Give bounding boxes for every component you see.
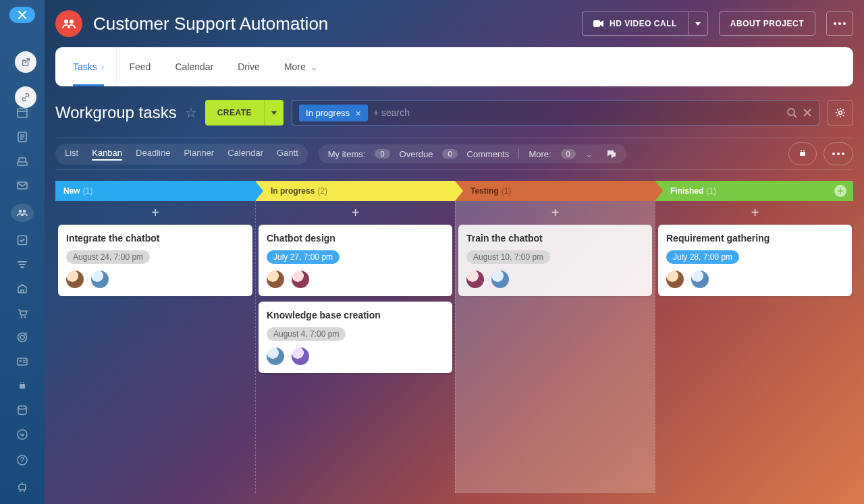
rail-doc-icon[interactable] (15, 131, 30, 143)
rail-drive-icon[interactable] (15, 155, 30, 167)
favorite-star-icon[interactable]: ☆ (185, 105, 197, 121)
column-header[interactable]: In progress(2) (256, 181, 455, 201)
view-list[interactable]: List (65, 148, 78, 161)
overdue-label[interactable]: Overdue (400, 149, 433, 159)
header-more-button[interactable] (826, 11, 853, 36)
column-new: New(1) + Integrate the chatbot August 24… (55, 181, 255, 493)
avatar[interactable] (66, 271, 84, 288)
overdue-count: 0 (375, 149, 389, 159)
search-clear-icon[interactable] (803, 108, 812, 117)
kanban-card[interactable]: Chatbot design July 27, 7:00 pm › (259, 225, 452, 296)
video-call-dropdown[interactable] (688, 12, 707, 35)
column-count: (1) (502, 186, 512, 196)
more-actions-button[interactable] (824, 142, 853, 165)
column-testing: Testing(1) + Train the chatbot August 10… (455, 181, 655, 493)
view-kanban[interactable]: Kanban (92, 148, 122, 161)
svg-point-25 (839, 111, 842, 115)
avatar[interactable] (691, 271, 709, 288)
card-date: August 10, 7:00 pm (466, 250, 550, 264)
rail-group-icon[interactable] (11, 204, 34, 222)
column-header[interactable]: Finished(1)+ (655, 181, 853, 201)
video-call-split: HD VIDEO CALL (582, 11, 708, 36)
avatar[interactable] (466, 271, 484, 288)
avatar[interactable] (666, 271, 684, 288)
about-project-button[interactable]: ABOUT PROJECT (719, 11, 815, 36)
comments-label[interactable]: Comments (467, 149, 510, 159)
avatar[interactable] (267, 347, 284, 365)
avatar[interactable] (292, 271, 309, 288)
view-planner[interactable]: Planner (184, 148, 214, 161)
rail-bot-icon[interactable] (15, 480, 30, 495)
kanban-card[interactable]: Knowledge base creation August 4, 7:00 p… (259, 302, 452, 373)
robot-button[interactable] (788, 142, 817, 165)
rail-filter-icon[interactable] (15, 258, 30, 271)
nav-drive[interactable]: Drive (225, 47, 272, 86)
add-card-button[interactable]: + (256, 201, 455, 225)
avatar[interactable] (267, 271, 284, 288)
chevron-right-icon: › (101, 61, 105, 72)
settings-button[interactable] (828, 100, 853, 125)
rail-android-icon[interactable] (15, 380, 30, 392)
nav-feed[interactable]: Feed (117, 47, 163, 86)
avatar[interactable] (491, 271, 509, 288)
svg-point-12 (20, 360, 22, 362)
rail-db-icon[interactable] (15, 404, 30, 416)
rail-company-icon[interactable] (15, 283, 30, 295)
rail-target-icon[interactable] (15, 331, 30, 343)
rail-help-icon[interactable]: ? (15, 453, 30, 468)
rail-share-icon[interactable] (15, 51, 36, 73)
view-deadline[interactable]: Deadline (136, 148, 170, 161)
rail-link-icon[interactable] (15, 86, 36, 108)
kanban-card[interactable]: Requirement gathering July 28, 7:00 pm › (658, 225, 852, 296)
add-card-button[interactable]: + (55, 201, 255, 225)
add-column-button[interactable]: + (834, 185, 846, 197)
rail-cart-icon[interactable] (15, 307, 30, 319)
svg-point-14 (20, 382, 22, 383)
nav-more[interactable]: More⌄ (272, 47, 330, 86)
video-call-button[interactable]: HD VIDEO CALL (583, 12, 688, 35)
my-items-label: My items: (328, 149, 366, 159)
search-input[interactable] (373, 107, 781, 118)
rail-calendar-icon[interactable] (15, 107, 30, 119)
toolbar: Workgroup tasks ☆ CREATE In progress× (55, 100, 853, 125)
svg-point-7 (21, 316, 23, 318)
card-assignees: › (267, 271, 444, 288)
svg-rect-23 (593, 20, 600, 27)
filter-chip[interactable]: In progress× (299, 105, 368, 121)
svg-rect-13 (20, 384, 25, 389)
card-title: Chatbot design (267, 233, 444, 244)
rail-mail-icon[interactable] (15, 179, 30, 192)
add-card-button[interactable]: + (655, 201, 853, 225)
search-icon[interactable] (786, 107, 797, 118)
arrow-icon: › (86, 276, 88, 283)
column-header[interactable]: New(1) (55, 181, 255, 201)
avatar[interactable] (292, 347, 309, 365)
avatar[interactable] (91, 271, 109, 288)
svg-point-8 (24, 316, 26, 318)
column-count: (1) (83, 186, 93, 196)
svg-point-10 (20, 335, 24, 339)
chip-remove-icon[interactable]: × (355, 107, 361, 119)
add-card-button[interactable]: + (456, 201, 655, 225)
kanban-card[interactable]: Integrate the chatbot August 24, 7:00 pm… (58, 225, 252, 296)
gear-icon (834, 107, 846, 119)
rail-close-button[interactable] (9, 7, 35, 23)
more-label[interactable]: More: (529, 149, 551, 159)
create-button[interactable]: CREATE (205, 100, 264, 125)
create-dropdown[interactable] (264, 100, 284, 125)
svg-point-28 (803, 150, 805, 152)
dots-icon (834, 22, 846, 25)
rail-expand-icon[interactable] (15, 428, 30, 441)
view-gantt[interactable]: Gantt (277, 148, 298, 161)
svg-point-22 (70, 20, 74, 24)
create-split: CREATE (205, 100, 284, 125)
rail-check-icon[interactable] (15, 234, 30, 246)
view-calendar[interactable]: Calendar (227, 148, 263, 161)
nav-tasks[interactable]: Tasks› (61, 47, 116, 86)
chat-icon[interactable] (606, 148, 617, 159)
column-header[interactable]: Testing(1) (456, 181, 655, 201)
nav-calendar[interactable]: Calendar (163, 47, 225, 86)
card-date: August 24, 7:00 pm (66, 250, 150, 264)
kanban-card[interactable]: Train the chatbot August 10, 7:00 pm › (458, 225, 652, 296)
rail-id-icon[interactable] (15, 356, 30, 368)
